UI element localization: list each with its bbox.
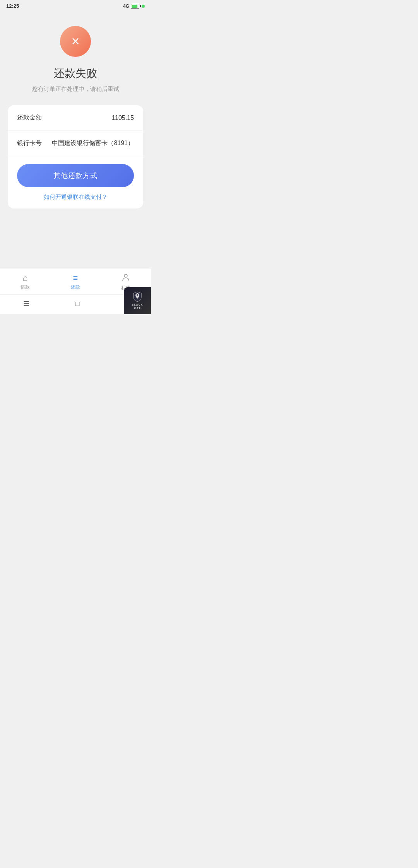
bank-label: 银行卡号 bbox=[17, 139, 42, 147]
home-icon: ⌂ bbox=[22, 274, 27, 282]
amount-value: 1105.15 bbox=[111, 114, 134, 121]
person-icon bbox=[122, 273, 130, 283]
status-right: 4G bbox=[123, 3, 145, 9]
amount-label: 还款金额 bbox=[17, 114, 42, 122]
nav-label-loan: 借款 bbox=[21, 284, 30, 290]
nav-item-repay[interactable]: ≡ 还款 bbox=[64, 274, 87, 290]
status-time: 12:25 bbox=[6, 3, 19, 9]
nav-item-loan[interactable]: ⌂ 借款 bbox=[14, 274, 37, 290]
list-icon: ≡ bbox=[73, 274, 78, 282]
watermark-line2: CAT bbox=[132, 306, 143, 310]
battery-icon bbox=[131, 4, 139, 9]
menu-button[interactable]: ☰ bbox=[17, 298, 36, 309]
bank-row: 银行卡号 中国建设银行储蓄卡（8191） bbox=[8, 131, 143, 156]
bank-value: 中国建设银行储蓄卡（8191） bbox=[52, 139, 134, 147]
svg-point-0 bbox=[124, 274, 127, 277]
page-subtitle: 您有订单正在处理中，请稍后重试 bbox=[32, 85, 119, 93]
nav-label-repay: 还款 bbox=[71, 284, 80, 290]
other-payment-button[interactable]: 其他还款方式 bbox=[17, 164, 134, 187]
main-content: × 还款失败 您有订单正在处理中，请稍后重试 还款金额 1105.15 银行卡号… bbox=[0, 10, 151, 268]
error-icon: × bbox=[71, 34, 79, 48]
error-icon-container: × bbox=[60, 26, 91, 57]
amount-row: 还款金额 1105.15 bbox=[8, 105, 143, 131]
unionpay-link-button[interactable]: 如何开通银联在线支付？ bbox=[44, 193, 108, 201]
system-nav: ☰ □ ‹ BLACK CAT bbox=[0, 294, 151, 314]
status-bar: 12:25 4G bbox=[0, 0, 151, 10]
battery-charging-dot bbox=[142, 5, 145, 8]
payment-card: 还款金额 1105.15 银行卡号 中国建设银行储蓄卡（8191） 其他还款方式… bbox=[8, 105, 143, 208]
page-title: 还款失败 bbox=[54, 66, 97, 81]
card-actions: 其他还款方式 如何开通银联在线支付？ bbox=[8, 156, 143, 208]
signal-icon: 4G bbox=[123, 3, 129, 9]
watermark-line1: BLACK bbox=[132, 303, 143, 306]
home-button[interactable]: □ bbox=[69, 298, 86, 309]
svg-point-1 bbox=[137, 294, 138, 296]
blackcat-watermark: BLACK CAT bbox=[124, 287, 151, 314]
